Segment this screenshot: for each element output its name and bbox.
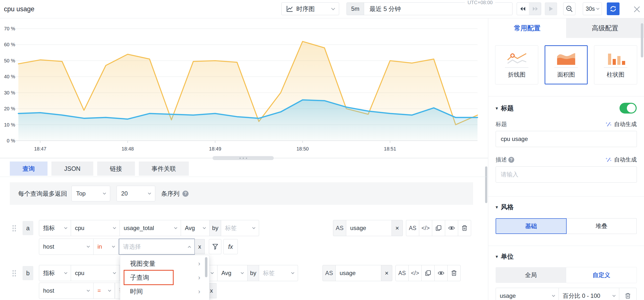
card-line-chart[interactable]: 折线图	[495, 45, 538, 84]
unit-tab-custom[interactable]: 自定义	[566, 267, 637, 283]
menu-item-subquery[interactable]: 子查询 ›	[120, 271, 209, 285]
refresh-interval-select[interactable]: 30s	[583, 2, 602, 15]
visibility-button[interactable]	[445, 220, 458, 236]
query-select-group: 指标 cpu usage_total Avg by 标签	[39, 220, 259, 236]
filter-operator-select[interactable]: in	[93, 239, 119, 255]
tab-advanced-config[interactable]: 高级配置	[566, 18, 644, 38]
filter-value-select[interactable]: 请选择	[119, 239, 195, 255]
collapse-caret-icon[interactable]: ▾	[496, 254, 498, 259]
panel-scrollbar-thumb[interactable]	[641, 23, 643, 57]
alias-clear-button[interactable]: ×	[381, 265, 392, 281]
auto-generate-button[interactable]: 自动生成	[605, 156, 637, 163]
play-button[interactable]	[545, 2, 557, 15]
query-row-a: a 指标 cpu usage_total Avg by 标签 AS usage …	[10, 220, 471, 236]
unit-tab-global[interactable]: 全局	[496, 267, 566, 283]
description-input[interactable]	[496, 166, 637, 183]
tab-query[interactable]: 查询	[10, 162, 48, 176]
aggregation-select[interactable]: Avg	[217, 265, 248, 281]
copy-icon	[435, 225, 442, 231]
trash-icon	[451, 270, 457, 276]
card-area-chart[interactable]: 面积图	[544, 45, 588, 84]
group-by-select[interactable]: 标签	[221, 220, 259, 236]
drag-handle-icon[interactable]	[12, 225, 16, 232]
drag-handle-icon[interactable]	[12, 270, 16, 277]
duplicate-button[interactable]	[432, 220, 445, 236]
tab-links[interactable]: 链接	[97, 162, 135, 176]
line-chart-card-icon	[505, 51, 528, 68]
timeseries-chart[interactable]: 0 %10 %20 %30 %40 %50 %60 %70 %18:4718:4…	[0, 21, 485, 160]
as-label: AS	[322, 265, 336, 281]
delete-button[interactable]	[458, 220, 471, 236]
menu-item-view-variables[interactable]: 视图变量 ›	[120, 257, 209, 271]
style-basic-option[interactable]: 基础	[496, 218, 566, 234]
metric-select[interactable]: cpu	[71, 220, 120, 236]
visibility-button[interactable]	[434, 265, 448, 281]
svg-text:60 %: 60 %	[4, 42, 15, 47]
chart-type-select[interactable]: 时序图	[281, 2, 339, 15]
help-icon[interactable]: ?	[182, 191, 188, 197]
alias-input[interactable]: usage	[346, 220, 392, 236]
unit-format-select[interactable]: 百分比 0 - 100	[558, 288, 619, 300]
svg-text:18:50: 18:50	[296, 146, 309, 151]
tab-event-association[interactable]: 事件关联	[139, 162, 189, 176]
unit-delete-button[interactable]	[619, 288, 637, 300]
fx-button[interactable]: fx	[223, 239, 238, 254]
field-select[interactable]: usage_total	[120, 220, 181, 236]
style-stacked-option[interactable]: 堆叠	[566, 218, 637, 234]
card-bar-chart[interactable]: 柱状图	[594, 45, 637, 84]
title-toggle[interactable]	[620, 103, 637, 114]
metric-select[interactable]: cpu	[71, 265, 120, 281]
filter-operator-select[interactable]: =	[93, 283, 115, 299]
filter-key-select[interactable]: host	[39, 239, 94, 255]
resize-handle[interactable]	[212, 156, 274, 160]
tab-json[interactable]: JSON	[52, 162, 93, 176]
as-toggle-button[interactable]: AS	[396, 265, 409, 281]
filter-value-dropdown: 视图变量 › 子查询 › 时间 ›	[120, 255, 209, 300]
filter-button[interactable]	[209, 239, 221, 254]
group-by-select[interactable]: 标签	[259, 265, 298, 281]
delete-button[interactable]	[447, 265, 460, 281]
by-label: by	[209, 220, 221, 236]
filter-clear-button[interactable]: x	[195, 239, 205, 254]
auto-generate-button[interactable]: 自动生成	[605, 120, 637, 128]
chevron-down-icon	[103, 191, 106, 195]
step-forward-button[interactable]	[529, 3, 541, 15]
content-scrollbar-thumb[interactable]	[485, 166, 487, 203]
collapse-caret-icon[interactable]: ▾	[496, 105, 498, 111]
code-mode-button[interactable]: </>	[408, 265, 422, 281]
svg-text:50 %: 50 %	[4, 58, 15, 63]
code-mode-button[interactable]: </>	[419, 220, 432, 236]
refresh-button[interactable]	[607, 2, 620, 15]
svg-text:20 %: 20 %	[4, 106, 15, 111]
menu-item-time[interactable]: 时间 ›	[120, 285, 209, 299]
page-title: cpu usage	[4, 0, 34, 18]
collapse-caret-icon[interactable]: ▾	[496, 204, 498, 210]
unit-name-select[interactable]: usage	[496, 288, 559, 300]
limit-suffix-label: 条序列	[161, 190, 180, 198]
source-type-select[interactable]: 指标	[39, 220, 71, 236]
time-range-picker[interactable]: 5m 最近 5 分钟 UTC+08:00	[346, 2, 512, 15]
chevron-right-icon: ›	[198, 260, 200, 268]
chart-resize-divider[interactable]	[0, 156, 488, 160]
step-back-button[interactable]	[517, 3, 529, 15]
close-button[interactable]	[633, 5, 641, 13]
svg-text:70 %: 70 %	[4, 26, 15, 31]
aggregation-select[interactable]: Avg	[181, 220, 210, 236]
duplicate-button[interactable]	[422, 265, 435, 281]
as-toggle-button[interactable]: AS	[406, 220, 419, 236]
tab-common-config[interactable]: 常用配置	[488, 18, 566, 38]
zoom-out-button[interactable]	[563, 2, 576, 15]
trash-icon	[625, 293, 631, 299]
alias-input[interactable]: usage	[336, 265, 381, 281]
source-type-select[interactable]: 指标	[39, 265, 71, 281]
help-icon[interactable]: ?	[508, 157, 514, 163]
alias-clear-button[interactable]: ×	[392, 220, 403, 236]
title-input[interactable]	[496, 131, 637, 147]
eye-icon	[448, 226, 455, 231]
menu-scrollbar-thumb[interactable]	[205, 257, 208, 277]
time-step-group	[517, 2, 541, 15]
filter-key-select[interactable]: host	[39, 283, 94, 299]
limit-count-select[interactable]: 20	[116, 186, 155, 201]
top-mode-select[interactable]: Top	[72, 186, 110, 201]
chart-type-cards: 折线图 面积图 柱状图	[495, 45, 637, 84]
